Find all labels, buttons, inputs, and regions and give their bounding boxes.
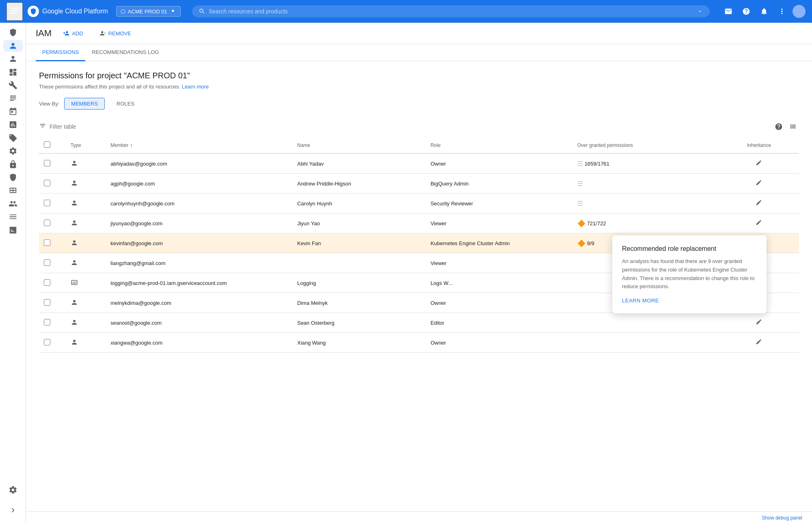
user-type-icon: [71, 341, 78, 347]
row-type-cell: [66, 213, 106, 233]
warning-icon: 🔶: [577, 239, 585, 247]
tab-recommendations[interactable]: RECOMMENDATIONS LOG: [85, 44, 165, 61]
tooltip-action[interactable]: LEARN MORE: [622, 298, 659, 304]
table-row: carolynhuynh@google.com Carolyn Huynh Se…: [39, 194, 799, 213]
sidebar-item-deploy[interactable]: [3, 224, 23, 236]
support-icon-btn[interactable]: [721, 4, 736, 19]
row-type-cell: [66, 333, 106, 353]
sidebar-item-iam[interactable]: [3, 40, 23, 51]
row-checkbox[interactable]: [44, 160, 50, 166]
remove-button[interactable]: REMOVE: [95, 28, 136, 39]
user-type-icon: [71, 242, 78, 248]
sidebar-item-analytics[interactable]: [3, 119, 23, 130]
view-roles-button[interactable]: ROLES: [110, 98, 141, 110]
row-checkbox[interactable]: [44, 220, 50, 226]
gray-icon: ☰: [577, 160, 583, 168]
row-overgranted-cell: 🔶721/722: [572, 213, 719, 233]
sidebar-item-shield3[interactable]: [3, 172, 23, 183]
edit-button[interactable]: [754, 158, 764, 169]
row-type-cell: [66, 313, 106, 333]
tab-permissions[interactable]: PERMISSIONS: [36, 44, 85, 61]
row-inheritance-cell: [719, 194, 799, 213]
sidebar-item-tools[interactable]: [3, 80, 23, 91]
table-header-row: Type Member ↑ Name: [39, 137, 799, 153]
add-label: ADD: [72, 30, 83, 37]
row-member-cell: kevinfan@google.com: [106, 233, 292, 253]
row-checkbox[interactable]: [44, 180, 50, 186]
th-checkbox: [39, 137, 66, 153]
debug-panel-link[interactable]: Show debug panel: [762, 515, 802, 521]
row-inheritance-cell: [719, 174, 799, 194]
row-checkbox[interactable]: [44, 279, 50, 286]
th-name: Name: [292, 137, 425, 153]
member-name: Dima Melnyk: [297, 300, 328, 306]
row-overgranted-cell: ☰: [572, 174, 719, 194]
sidebar-item-expand[interactable]: [3, 500, 23, 520]
add-button[interactable]: ADD: [58, 28, 88, 39]
row-overgranted-cell: [572, 313, 719, 333]
member-name: Andrew Priddle-Higson: [297, 181, 351, 187]
row-checkbox-cell: [39, 293, 66, 313]
sidebar-item-schedule[interactable]: [3, 106, 23, 117]
edit-button[interactable]: [754, 198, 764, 209]
remove-label: REMOVE: [108, 30, 131, 37]
sidebar-item-logs[interactable]: [3, 93, 23, 104]
table-row: seanost@google.com Sean Osterberg Editor: [39, 313, 799, 333]
toolbar-actions: [773, 121, 799, 132]
row-checkbox[interactable]: [44, 239, 50, 246]
row-name-cell: Sean Osterberg: [292, 313, 425, 333]
learn-more-link[interactable]: Learn more: [182, 84, 209, 90]
sidebar-item-security-lock[interactable]: [3, 158, 23, 170]
search-dropdown-icon: [697, 8, 703, 15]
help-table-button[interactable]: [773, 121, 784, 132]
notifications-icon-btn[interactable]: [757, 4, 771, 19]
edit-button[interactable]: [754, 337, 764, 348]
th-role: Role: [425, 137, 572, 153]
sidebar-item-build[interactable]: [3, 480, 23, 500]
sidebar-item-dashboard[interactable]: [3, 66, 23, 78]
help-icon-btn[interactable]: [739, 4, 754, 19]
columns-button[interactable]: [788, 121, 799, 132]
role-name: Viewer: [430, 220, 447, 226]
sidebar-item-settings[interactable]: [3, 145, 23, 157]
row-checkbox-cell: [39, 194, 66, 213]
sidebar-item-list[interactable]: [3, 211, 23, 222]
row-checkbox[interactable]: [44, 339, 50, 345]
row-member-cell: jiyunyao@google.com: [106, 213, 292, 233]
main-content: IAM ADD REMOVE PERMISSIONS RECOMMENDATIO…: [26, 23, 812, 524]
more-options-icon-btn[interactable]: [775, 4, 789, 19]
row-checkbox[interactable]: [44, 200, 50, 206]
project-selector[interactable]: ⬡ ACME PROD 01: [116, 6, 181, 17]
hamburger-menu[interactable]: [6, 2, 23, 21]
sidebar-item-users-group[interactable]: [3, 198, 23, 209]
search-input[interactable]: [209, 8, 694, 15]
edit-button[interactable]: [754, 178, 764, 189]
row-inheritance-cell: [719, 213, 799, 233]
view-by: View By: MEMBERS ROLES: [39, 98, 799, 110]
table-row: jiyunyao@google.com Jiyun Yao Viewer 🔶72…: [39, 213, 799, 233]
th-member[interactable]: Member ↑: [106, 137, 292, 153]
member-email: agph@google.com: [110, 181, 155, 187]
edit-button[interactable]: [754, 317, 764, 328]
sidebar-item-grid[interactable]: [3, 185, 23, 196]
user-type-icon: [71, 162, 78, 168]
filter-input[interactable]: [50, 123, 121, 130]
row-checkbox[interactable]: [44, 319, 50, 326]
permissions-title: Permissions for project "ACME PROD 01": [39, 71, 799, 80]
select-all-checkbox[interactable]: [44, 141, 50, 148]
edit-button[interactable]: [754, 218, 764, 229]
tooltip-title: Recommended role replacement: [622, 245, 757, 252]
row-role-cell: Kubernetes Engine Cluster Admin: [425, 233, 572, 253]
search-bar[interactable]: [192, 5, 710, 17]
role-name: Owner: [430, 340, 446, 346]
sidebar-item-account[interactable]: [3, 53, 23, 65]
user-avatar[interactable]: [793, 5, 806, 18]
sidebar-item-tags[interactable]: [3, 132, 23, 144]
tooltip-card: Recommended role replacement An analysis…: [612, 235, 767, 313]
row-checkbox[interactable]: [44, 259, 50, 266]
view-members-button[interactable]: MEMBERS: [64, 98, 105, 110]
row-checkbox[interactable]: [44, 299, 50, 306]
sidebar-item-shield[interactable]: [3, 27, 23, 38]
sort-icon: ↑: [130, 142, 133, 149]
permission-badge: ☰1659/1761: [577, 160, 609, 168]
